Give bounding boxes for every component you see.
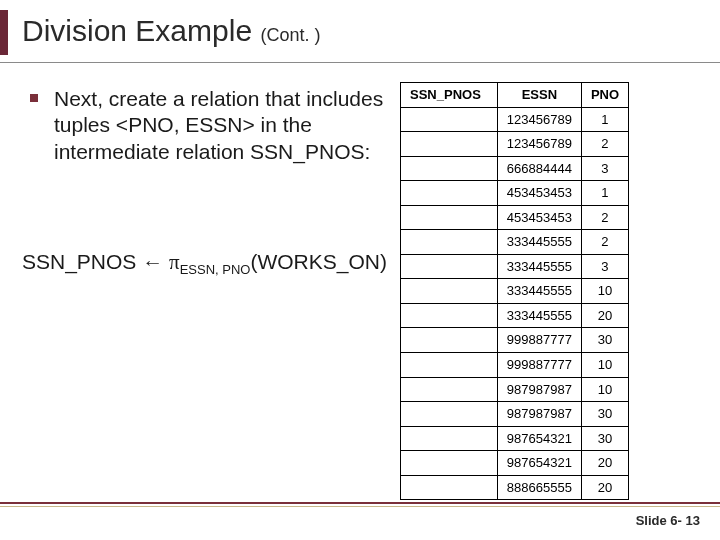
col-header-pno: PNO <box>581 83 628 108</box>
pi-symbol: π <box>169 250 180 274</box>
left-arrow-icon: ← <box>142 250 163 274</box>
table-row: 4534534531 <box>401 181 629 206</box>
table-row: 4534534532 <box>401 205 629 230</box>
ssn-pnos-table: SSN_PNOS ESSN PNO 1234567891 1234567892 … <box>400 82 629 500</box>
footer-line-thin <box>0 506 720 507</box>
table-row: 88866555520 <box>401 475 629 500</box>
table-row: 98765432120 <box>401 451 629 476</box>
table-row: 3334455553 <box>401 254 629 279</box>
table-header-row: SSN_PNOS ESSN PNO <box>401 83 629 108</box>
formula-arg: (WORKS_ON) <box>250 250 387 273</box>
table-row: 99988777710 <box>401 353 629 378</box>
footer-line <box>0 502 720 504</box>
title-underline <box>0 62 720 63</box>
body-text: Next, create a relation that includes tu… <box>54 86 390 165</box>
accent-bar <box>0 10 8 55</box>
formula: SSN_PNOS ← πESSN, PNO(WORKS_ON) <box>22 250 387 277</box>
table-row: 1234567892 <box>401 132 629 157</box>
table-row: 99988777730 <box>401 328 629 353</box>
slide-number: Slide 6- 13 <box>636 513 700 528</box>
table-row: 98765432130 <box>401 426 629 451</box>
table-body: 1234567891 1234567892 6668844443 4534534… <box>401 107 629 500</box>
table-row: 33344555520 <box>401 303 629 328</box>
title-sub: (Cont. ) <box>261 25 321 45</box>
title-main: Division Example <box>22 14 252 47</box>
table-row: 6668844443 <box>401 156 629 181</box>
table-row: 1234567891 <box>401 107 629 132</box>
table-row: 3334455552 <box>401 230 629 255</box>
formula-lhs: SSN_PNOS <box>22 250 136 273</box>
col-header-ssn-pnos: SSN_PNOS <box>401 83 498 108</box>
slide-title: Division Example (Cont. ) <box>22 14 321 48</box>
table-row: 98798798730 <box>401 402 629 427</box>
table-row: 33344555510 <box>401 279 629 304</box>
bullet-icon <box>30 94 38 102</box>
col-header-essn: ESSN <box>497 83 581 108</box>
formula-subscript: ESSN, PNO <box>180 262 251 277</box>
table-row: 98798798710 <box>401 377 629 402</box>
